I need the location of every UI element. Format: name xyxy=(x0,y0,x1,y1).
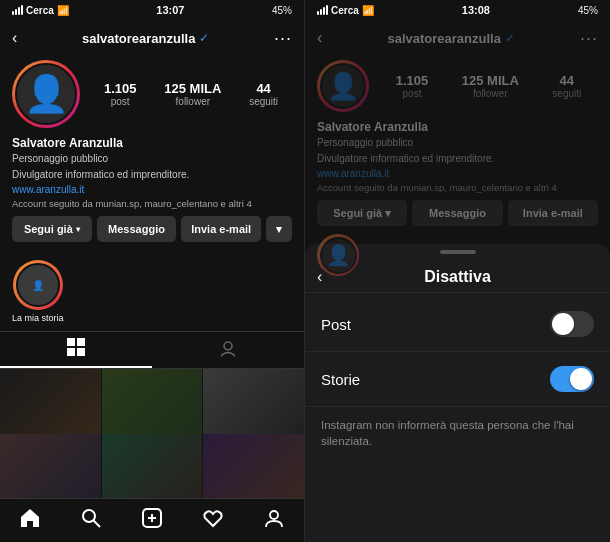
left-back-button[interactable]: ‹ xyxy=(12,29,17,47)
left-following-count: 44 xyxy=(256,81,270,96)
left-home-icon xyxy=(19,507,41,534)
left-panel: Cerca 📶 13:07 45% ‹ salvatorearanzulla ✓… xyxy=(0,0,305,542)
left-carrier: Cerca xyxy=(26,5,54,16)
left-story-avatar-icon: 👤 xyxy=(32,280,44,291)
left-tab-tagged[interactable] xyxy=(152,332,304,368)
left-followers-label: follower xyxy=(176,96,210,107)
right-follow-label: Segui già xyxy=(333,207,382,219)
left-tab-row xyxy=(0,331,304,369)
left-grid-icon xyxy=(67,338,85,360)
left-stat-posts: 1.105 post xyxy=(104,81,137,107)
left-bottom-nav xyxy=(0,498,304,542)
left-follow-label: Segui già xyxy=(24,223,73,235)
left-heart-icon xyxy=(202,507,224,534)
left-clock: 13:07 xyxy=(156,4,184,16)
left-profile-icon xyxy=(263,507,285,534)
right-verified-badge: ✓ xyxy=(505,31,515,45)
left-avatar[interactable]: 👤 xyxy=(12,60,80,128)
right-following-label: seguiti xyxy=(552,88,581,99)
right-bio2: Divulgatore informatico ed imprenditore. xyxy=(317,152,598,166)
left-tab-grid[interactable] xyxy=(0,332,152,368)
left-photo-6[interactable]: 🧑 xyxy=(203,434,304,498)
left-nav-search[interactable] xyxy=(61,499,122,542)
left-tagged-icon xyxy=(219,339,237,361)
left-story-label: La mia storia xyxy=(12,313,64,323)
left-nav-add[interactable] xyxy=(122,499,183,542)
right-followed-by: Account seguito da munian.sp, mauro_cele… xyxy=(317,182,598,193)
right-back-button: ‹ xyxy=(317,29,322,47)
left-stats-row: 1.105 post 125 MILA follower 44 seguiti xyxy=(90,81,292,107)
right-posts-count: 1.105 xyxy=(396,73,429,88)
right-stat-posts: 1.105 post xyxy=(396,73,429,99)
left-more-chevron: ▾ xyxy=(276,223,282,236)
left-email-label: Invia e-mail xyxy=(191,223,251,235)
left-top-nav: ‹ salvatorearanzulla ✓ ··· xyxy=(0,20,304,56)
right-posts-label: post xyxy=(403,88,422,99)
right-wifi-icon: 📶 xyxy=(362,5,374,16)
right-followers-count: 125 MILA xyxy=(462,73,519,88)
right-clock: 13:08 xyxy=(462,4,490,16)
left-battery-label: 45% xyxy=(272,5,292,16)
post-toggle-row: Post xyxy=(305,297,610,352)
left-bio2: Divulgatore informatico ed imprenditore. xyxy=(12,168,292,182)
left-photo-5[interactable]: 🧑 xyxy=(102,434,203,498)
right-message-label: Messaggio xyxy=(429,207,486,219)
disattiva-title: Disattiva xyxy=(424,268,491,286)
svg-rect-2 xyxy=(67,348,75,356)
storie-toggle-label: Storie xyxy=(321,371,360,388)
left-nav-profile[interactable] xyxy=(243,499,304,542)
right-profile-name: Salvatore Aranzulla xyxy=(317,120,598,134)
left-email-button[interactable]: Invia e-mail xyxy=(181,216,261,242)
left-search-icon xyxy=(80,507,102,534)
left-more-button[interactable]: ··· xyxy=(274,28,292,49)
right-avatar: 👤 xyxy=(317,60,369,112)
right-status-left: Cerca 📶 xyxy=(317,5,374,16)
left-wifi-icon: 📶 xyxy=(57,5,69,16)
left-action-buttons: Segui già ▾ Messaggio Invia e-mail ▾ xyxy=(12,216,292,242)
left-more-options-button[interactable]: ▾ xyxy=(266,216,292,242)
left-followers-count: 125 MILA xyxy=(164,81,221,96)
left-story-item[interactable]: 👤 La mia storia xyxy=(12,260,64,323)
storie-toggle-switch[interactable] xyxy=(550,366,594,392)
storie-toggle-knob xyxy=(570,368,592,390)
right-status-right: 45% xyxy=(578,5,598,16)
left-avatar-image: 👤 xyxy=(24,73,69,115)
post-toggle-knob xyxy=(552,313,574,335)
left-add-icon xyxy=(141,507,163,534)
svg-point-4 xyxy=(224,342,232,350)
right-status-bar: Cerca 📶 13:08 45% xyxy=(305,0,610,20)
right-bio1: Personaggio pubblico xyxy=(317,136,598,150)
right-follow-button: Segui già ▾ xyxy=(317,200,407,226)
right-battery-label: 45% xyxy=(578,5,598,16)
post-toggle-switch[interactable] xyxy=(550,311,594,337)
left-nav-heart[interactable] xyxy=(182,499,243,542)
left-stat-following: 44 seguiti xyxy=(249,81,278,107)
right-action-buttons: Segui già ▾ Messaggio Invia e-mail xyxy=(317,200,598,226)
left-status-left: Cerca 📶 xyxy=(12,5,69,16)
left-stories-row: 👤 La mia storia xyxy=(0,260,304,331)
sheet-back-button[interactable]: ‹ xyxy=(317,268,322,286)
left-profile-link[interactable]: www.aranzulla.it xyxy=(12,184,292,195)
left-story-ring: 👤 xyxy=(13,260,63,310)
right-profile-section: 👤 1.105 post 125 MILA follower 44 seguit… xyxy=(305,56,610,244)
left-nav-home[interactable] xyxy=(0,499,61,542)
left-verified-badge: ✓ xyxy=(199,31,209,45)
right-following-count: 44 xyxy=(560,73,574,88)
disattiva-header: ‹ Disattiva xyxy=(305,258,610,293)
left-follow-button[interactable]: Segui già ▾ xyxy=(12,216,92,242)
svg-line-6 xyxy=(94,521,101,528)
left-posts-count: 1.105 xyxy=(104,81,137,96)
right-more-button: ··· xyxy=(580,28,598,49)
left-follow-chevron: ▾ xyxy=(76,225,80,234)
right-signal xyxy=(317,5,328,15)
disattiva-note: Instagram non informerà questa persona c… xyxy=(305,407,610,459)
left-message-button[interactable]: Messaggio xyxy=(97,216,177,242)
right-message-button: Messaggio xyxy=(412,200,502,226)
right-profile-row: 👤 1.105 post 125 MILA follower 44 seguit… xyxy=(317,60,598,112)
left-username-area: salvatorearanzulla ✓ xyxy=(82,31,209,46)
left-profile-row: 👤 1.105 post 125 MILA follower 44 seguit… xyxy=(12,60,292,128)
left-message-label: Messaggio xyxy=(108,223,165,235)
left-followed-by: Account seguito da munian.sp, mauro_cele… xyxy=(12,198,292,209)
left-photo-4[interactable]: 🧑 xyxy=(0,434,101,498)
right-disattiva-sheet: ‹ Disattiva Post Storie Instagram non in… xyxy=(305,244,610,542)
